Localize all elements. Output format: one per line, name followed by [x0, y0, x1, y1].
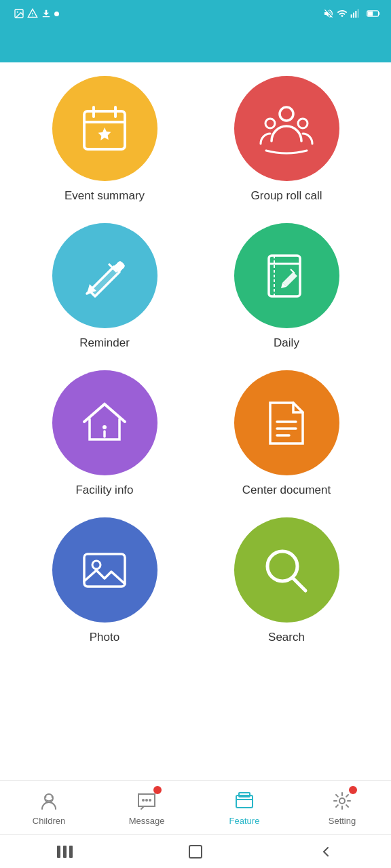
svg-rect-45 — [69, 846, 73, 858]
svg-rect-8 — [358, 9, 359, 18]
nav-item-message[interactable]: Message — [123, 789, 170, 826]
nav-home[interactable] — [182, 838, 209, 865]
nav-item-feature[interactable]: Feature — [221, 789, 268, 826]
svg-point-3 — [32, 16, 33, 16]
feature-circle-reminder — [52, 223, 157, 328]
feature-item-center-document[interactable]: Center document — [202, 370, 371, 497]
svg-point-24 — [103, 425, 107, 429]
mute-icon — [323, 8, 334, 19]
feature-circle-facility-info — [52, 370, 157, 475]
svg-line-32 — [293, 578, 305, 591]
feature-circle-daily — [234, 223, 339, 328]
svg-point-36 — [142, 799, 145, 802]
system-nav — [0, 834, 391, 868]
svg-point-17 — [265, 119, 275, 128]
feature-item-photo[interactable]: Photo — [20, 517, 189, 644]
svg-point-37 — [145, 799, 148, 802]
feature-grid: Event summary Group roll call Reminder D… — [0, 62, 391, 780]
feature-label-photo: Photo — [90, 631, 119, 644]
svg-rect-11 — [368, 12, 373, 16]
bottom-nav: Children Message Feature Setting — [0, 780, 391, 834]
svg-point-30 — [92, 561, 100, 569]
feature-item-reminder[interactable]: Reminder — [20, 223, 189, 350]
nav-icon-message — [134, 789, 159, 813]
svg-point-1 — [17, 12, 18, 13]
warning-icon — [27, 8, 38, 19]
svg-rect-44 — [63, 846, 67, 858]
feature-item-group-roll-call[interactable]: Group roll call — [202, 76, 371, 203]
notification-dot — [54, 12, 59, 16]
feature-label-daily: Daily — [274, 336, 299, 350]
feature-label-reminder: Reminder — [79, 336, 130, 350]
svg-rect-43 — [57, 846, 60, 858]
feature-circle-group-roll-call — [234, 76, 339, 181]
svg-point-16 — [280, 107, 293, 121]
feature-circle-center-document — [234, 370, 339, 475]
recent-apps-icon — [56, 844, 75, 859]
svg-rect-6 — [353, 13, 354, 18]
feature-circle-event-summary — [52, 76, 157, 181]
svg-rect-4 — [43, 16, 50, 17]
svg-point-34 — [45, 796, 47, 798]
nav-icon-setting — [330, 789, 354, 813]
feature-item-daily[interactable]: Daily — [202, 223, 371, 350]
feature-label-search: Search — [268, 631, 305, 644]
download-icon — [41, 8, 52, 19]
feature-label-center-document: Center document — [242, 484, 331, 497]
nav-icon-children — [37, 789, 61, 813]
svg-rect-29 — [84, 554, 125, 587]
feature-item-search[interactable]: Search — [202, 517, 371, 644]
nav-back[interactable] — [312, 838, 339, 865]
app-header — [0, 27, 391, 62]
svg-point-38 — [149, 799, 151, 802]
nav-label-feature: Feature — [229, 816, 260, 826]
nav-icon-feature — [232, 789, 257, 813]
wifi-icon — [337, 8, 348, 19]
nav-label-setting: Setting — [329, 816, 356, 826]
status-left — [11, 8, 59, 19]
nav-badge-message — [153, 786, 162, 794]
back-icon — [318, 844, 334, 860]
svg-point-31 — [267, 551, 297, 581]
nav-label-children: Children — [33, 816, 65, 826]
feature-label-facility-info: Facility info — [75, 484, 133, 497]
svg-rect-46 — [189, 846, 202, 858]
feature-circle-search — [234, 517, 339, 623]
feature-label-group-roll-call: Group roll call — [251, 189, 322, 203]
home-icon — [187, 844, 204, 860]
signal-icon — [350, 8, 361, 19]
nav-item-setting[interactable]: Setting — [318, 789, 366, 826]
nav-label-message: Message — [129, 816, 165, 826]
status-right — [323, 8, 380, 19]
feature-item-event-summary[interactable]: Event summary — [20, 76, 189, 203]
status-bar — [0, 0, 391, 27]
svg-point-18 — [298, 119, 308, 128]
svg-point-42 — [339, 798, 345, 804]
feature-label-event-summary: Event summary — [64, 189, 145, 203]
nav-item-children[interactable]: Children — [25, 789, 73, 826]
nav-badge-setting — [349, 786, 357, 794]
svg-rect-7 — [355, 11, 356, 18]
svg-rect-5 — [351, 14, 352, 18]
svg-rect-10 — [379, 12, 380, 15]
image-icon — [14, 8, 24, 19]
svg-point-35 — [52, 796, 54, 798]
feature-item-facility-info[interactable]: Facility info — [20, 370, 189, 497]
battery-icon — [367, 9, 380, 18]
nav-recent-apps[interactable] — [52, 838, 79, 865]
feature-circle-photo — [52, 517, 157, 623]
